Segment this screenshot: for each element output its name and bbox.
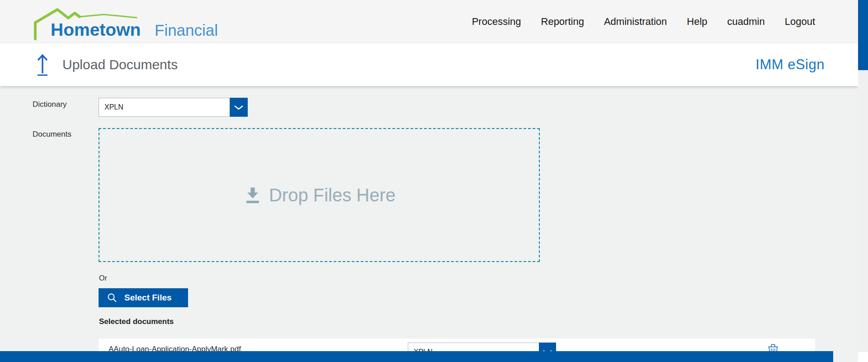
page-title-group: Upload Documents: [34, 43, 178, 86]
product-name: IMM eSign: [755, 57, 825, 73]
brand-word-primary: Hometown: [51, 20, 141, 40]
dictionary-select-button[interactable]: [230, 98, 248, 117]
page-title: Upload Documents: [62, 57, 178, 72]
scrollbar-thumb[interactable]: [858, 0, 868, 70]
vertical-scrollbar[interactable]: [858, 0, 868, 362]
select-files-button[interactable]: Select Files: [99, 288, 188, 307]
scrollbar-corner: [858, 352, 868, 362]
brand-logo[interactable]: Hometown Financial: [32, 4, 226, 42]
page-root: Hometown Financial Processing Reporting …: [0, 0, 868, 362]
main-nav: Processing Reporting Administration Help…: [472, 0, 815, 43]
top-header: Hometown Financial Processing Reporting …: [0, 0, 858, 43]
dictionary-label: Dictionary: [33, 100, 67, 109]
download-icon: [243, 185, 263, 205]
nav-item-logout[interactable]: Logout: [785, 16, 815, 28]
selected-documents-heading: Selected documents: [99, 317, 174, 326]
dictionary-select[interactable]: XPLN: [99, 98, 248, 117]
documents-label: Documents: [33, 130, 71, 139]
nav-item-user-cuadmin[interactable]: cuadmin: [727, 16, 765, 28]
footer-bar: [0, 351, 833, 362]
dictionary-select-value: XPLN: [104, 103, 123, 111]
brand-word-secondary: Financial: [155, 21, 218, 39]
select-files-label: Select Files: [124, 293, 172, 303]
file-dropzone[interactable]: Drop Files Here: [99, 128, 540, 262]
or-label: Or: [99, 274, 107, 282]
page-toolbar: Upload Documents IMM eSign: [0, 43, 858, 86]
dropzone-text: Drop Files Here: [269, 185, 396, 205]
nav-item-reporting[interactable]: Reporting: [541, 16, 584, 28]
chevron-down-icon: [234, 105, 244, 110]
search-icon: [107, 292, 118, 303]
nav-item-administration[interactable]: Administration: [604, 16, 667, 28]
nav-item-processing[interactable]: Processing: [472, 16, 521, 28]
content-area: Dictionary XPLN Documents Drop Files Her…: [0, 86, 858, 362]
nav-item-help[interactable]: Help: [687, 16, 707, 28]
upload-arrow-icon: [34, 53, 51, 76]
